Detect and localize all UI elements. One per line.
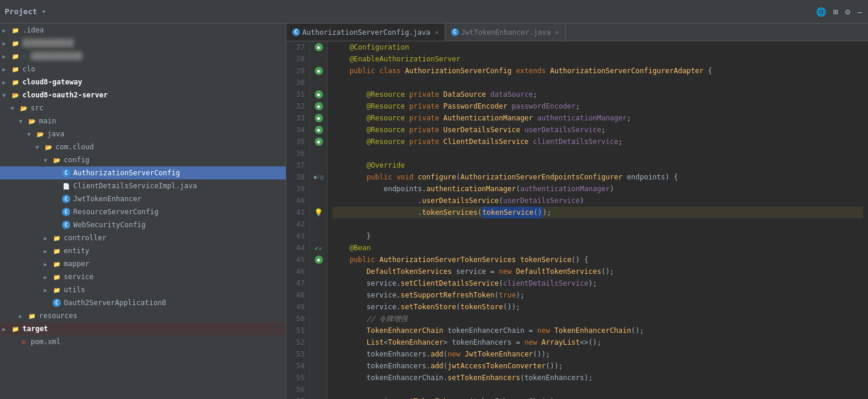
pom-icon: m bbox=[19, 337, 28, 346]
code-line: @EnableAuthorizationServer bbox=[332, 53, 863, 65]
gutter-cell bbox=[310, 266, 327, 277]
code-line: service.setTokenEnhancer(tokenEnhancerCh… bbox=[332, 395, 863, 399]
code-container: 27 28 29 30 31 32 33 34 35 36 37 38 39 4… bbox=[286, 41, 868, 399]
sidebar-item-idea[interactable]: ▶ 📁 .idea bbox=[0, 24, 286, 37]
sidebar-item-client-details-service-impl[interactable]: 📄 ClientDetailsServiceImpl.java bbox=[0, 179, 286, 192]
code-token: ( bbox=[478, 207, 482, 218]
sidebar-item-cloud8-oauth2-server[interactable]: ▼ 📂 cloud8-oauth2-server bbox=[0, 89, 286, 102]
main-layout: ▶ 📁 .idea ▶ 📁 ████████████ ▶ 📁 c ███████… bbox=[0, 24, 868, 399]
tab-jwt-token-enhancer[interactable]: C JwtTokenEnhancer.java ✕ bbox=[445, 24, 566, 41]
arrow-icon: ▶ bbox=[2, 66, 11, 73]
sidebar-item-resources[interactable]: ▶ 📁 resources bbox=[0, 309, 286, 322]
sidebar-item-label: pom.xml bbox=[31, 338, 61, 346]
highlight-token: tokenService() bbox=[482, 207, 543, 218]
code-line: .userDetailsService(userDetailsService) bbox=[332, 195, 863, 207]
folder-icon: 📁 bbox=[27, 311, 37, 320]
sidebar-item-com-cloud[interactable]: ▼ 📂 com.cloud bbox=[0, 140, 286, 153]
code-line: public AuthorizationServerTokenServices … bbox=[332, 254, 863, 266]
code-token: = bbox=[528, 325, 537, 336]
method-token: authenticationManager bbox=[426, 183, 516, 195]
line-num: 41 bbox=[291, 207, 305, 218]
globe-icon[interactable]: 🌐 bbox=[815, 6, 827, 18]
code-token: ( bbox=[443, 348, 448, 360]
gear-icon[interactable]: ⚙ bbox=[844, 6, 851, 18]
folder-icon: 📁 bbox=[11, 25, 20, 35]
sidebar-item-c[interactable]: ▶ 📁 c ████████████ bbox=[0, 50, 286, 63]
sidebar-item-cloud8-gateway[interactable]: ▶ 📁 cloud8-gateway bbox=[0, 76, 286, 89]
tab-bar: C AuthorizationServerConfig.java ✕ C Jwt… bbox=[286, 24, 868, 41]
code-line: TokenEnhancerChain tokenEnhancerChain = … bbox=[332, 325, 863, 336]
code-line: @Bean bbox=[332, 242, 863, 254]
code-token: tokenEnhancers. bbox=[332, 348, 430, 360]
code-line: tokenEnhancerChain.setTokenEnhancers(tok… bbox=[332, 372, 863, 384]
line-num: 45 bbox=[291, 254, 305, 266]
sidebar-item-label: ████████████ bbox=[22, 39, 74, 47]
line-num: 38 bbox=[291, 171, 305, 183]
sidebar-item-authorization-server-config[interactable]: C AuthorizationServerConfig bbox=[0, 166, 286, 179]
line-num: 43 bbox=[291, 230, 305, 242]
sidebar-item-jwt-token-enhancer[interactable]: C JwtTokenEnhancer bbox=[0, 192, 286, 205]
annotation-token: @Resource bbox=[332, 124, 409, 136]
code-token: (tokenEnhancers); bbox=[520, 372, 593, 384]
line-numbers: 27 28 29 30 31 32 33 34 35 36 37 38 39 4… bbox=[286, 41, 310, 399]
tab-close-button[interactable]: ✕ bbox=[435, 29, 439, 35]
field-token: clientDetailsService bbox=[533, 136, 619, 148]
code-token: <>(); bbox=[580, 336, 601, 348]
sidebar: ▶ 📁 .idea ▶ 📁 ████████████ ▶ 📁 c ███████… bbox=[0, 24, 286, 399]
gutter-cell bbox=[310, 384, 327, 395]
line-num: 53 bbox=[291, 348, 305, 360]
sidebar-item-entity[interactable]: ▶ 📁 entity bbox=[0, 244, 286, 257]
code-token: ); bbox=[516, 289, 524, 301]
code-line: tokenEnhancers.add(new JwtTokenEnhancer(… bbox=[332, 348, 863, 360]
keyword-token: public bbox=[332, 65, 379, 77]
keyword-token: private bbox=[409, 89, 443, 100]
annotation-token: @Configuration bbox=[332, 41, 409, 53]
gutter-cell: ● bbox=[310, 112, 327, 124]
sidebar-item-oauth2-server-application[interactable]: C Oauth2ServerApplication8 bbox=[0, 296, 286, 309]
sidebar-item-config[interactable]: ▼ 📂 config bbox=[0, 153, 286, 166]
split-icon[interactable]: ⊞ bbox=[832, 6, 839, 18]
gutter-green-dot: ● bbox=[315, 114, 323, 122]
sidebar-item-utils[interactable]: ▶ 📁 utils bbox=[0, 283, 286, 296]
punct: ; bbox=[618, 136, 622, 148]
sidebar-item-clo[interactable]: ▶ 📁 clo bbox=[0, 63, 286, 76]
gutter-cell bbox=[310, 218, 327, 230]
punct: ( bbox=[456, 171, 461, 183]
code-line: @Resource private DataSource dataSource; bbox=[332, 89, 863, 100]
keyword-token: new bbox=[448, 348, 465, 360]
sidebar-item-pom-xml[interactable]: m pom.xml bbox=[0, 335, 286, 348]
line-num: 57 bbox=[291, 395, 305, 399]
gutter-cell bbox=[310, 289, 327, 301]
keyword-token: public bbox=[332, 171, 396, 183]
project-dropdown[interactable]: ▾ bbox=[42, 8, 46, 15]
field-token: passwordEncoder bbox=[511, 100, 575, 112]
minimize-icon[interactable]: — bbox=[856, 6, 863, 18]
java-c-icon: C bbox=[61, 220, 71, 230]
tab-close-button[interactable]: ✕ bbox=[556, 29, 559, 35]
sidebar-item-controller[interactable]: ▶ 📁 controller bbox=[0, 231, 286, 244]
sidebar-item-mapper[interactable]: ▶ 📁 mapper bbox=[0, 257, 286, 270]
tab-java-icon: C bbox=[451, 28, 459, 36]
sidebar-item-web-security-config[interactable]: C WebSecurityConfig bbox=[0, 218, 286, 231]
gutter-cell: 💡 bbox=[310, 207, 327, 218]
sidebar-item-src[interactable]: ▼ 📂 src bbox=[0, 102, 286, 115]
sidebar-item-target[interactable]: ▶ 📁 target bbox=[0, 322, 286, 335]
sidebar-item-service[interactable]: ▶ 📁 service bbox=[0, 270, 286, 283]
sidebar-item-main[interactable]: ▼ 📂 main bbox=[0, 115, 286, 127]
arrow-icon: ▶ bbox=[2, 53, 11, 60]
field-token: authenticationManager bbox=[520, 183, 610, 195]
keyword-token: new bbox=[537, 325, 554, 336]
arrow-icon: ▶ bbox=[19, 313, 27, 319]
sidebar-item-blurred1[interactable]: ▶ 📁 ████████████ bbox=[0, 37, 286, 50]
tab-authorization-server-config[interactable]: C AuthorizationServerConfig.java ✕ bbox=[286, 24, 445, 41]
folder-icon-open: 📂 bbox=[11, 90, 20, 100]
gutter-cell bbox=[310, 230, 327, 242]
sidebar-item-resource-server-config[interactable]: C ResourceServerConfig bbox=[0, 205, 286, 218]
folder-icon-open: 📂 bbox=[35, 129, 45, 139]
folder-icon: 📁 bbox=[52, 246, 61, 256]
sidebar-item-java[interactable]: ▼ 📂 java bbox=[0, 127, 286, 140]
keyword-token: class bbox=[379, 65, 404, 77]
code-token: ( bbox=[499, 195, 503, 207]
field-token: clientDetailsService bbox=[503, 277, 589, 289]
folder-icon: 📁 bbox=[52, 233, 61, 243]
